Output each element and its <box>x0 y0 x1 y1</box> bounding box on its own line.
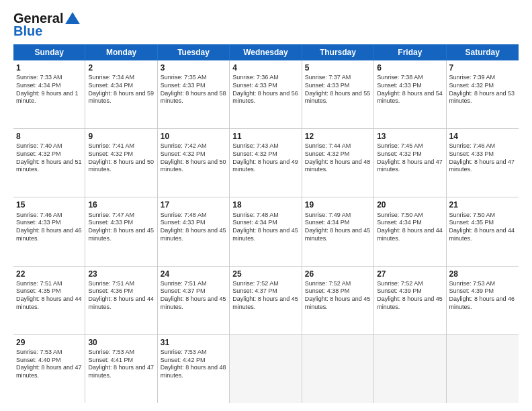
logo-triangle-icon <box>65 11 80 26</box>
day-number: 2 <box>88 62 154 73</box>
calendar-day-3: 3Sunrise: 7:35 AM Sunset: 4:33 PM Daylig… <box>158 60 230 128</box>
calendar-day-1: 1Sunrise: 7:33 AM Sunset: 4:34 PM Daylig… <box>13 60 85 128</box>
day-number: 20 <box>377 199 443 210</box>
calendar-day-22: 22Sunrise: 7:51 AM Sunset: 4:35 PM Dayli… <box>13 267 85 334</box>
logo: General Blue <box>13 11 80 39</box>
day-number: 1 <box>16 62 82 73</box>
calendar-day-27: 27Sunrise: 7:52 AM Sunset: 4:39 PM Dayli… <box>374 267 446 334</box>
day-number: 16 <box>88 199 154 210</box>
calendar-day-5: 5Sunrise: 7:37 AM Sunset: 4:33 PM Daylig… <box>302 60 374 128</box>
calendar-day-25: 25Sunrise: 7:52 AM Sunset: 4:37 PM Dayli… <box>230 267 302 334</box>
day-number: 21 <box>449 199 516 210</box>
calendar-day-24: 24Sunrise: 7:51 AM Sunset: 4:37 PM Dayli… <box>158 267 230 334</box>
calendar-day-16: 16Sunrise: 7:47 AM Sunset: 4:33 PM Dayli… <box>85 197 157 265</box>
calendar-day-2: 2Sunrise: 7:34 AM Sunset: 4:34 PM Daylig… <box>85 60 157 128</box>
day-number: 13 <box>377 131 443 142</box>
calendar-day-31: 31Sunrise: 7:53 AM Sunset: 4:42 PM Dayli… <box>158 335 230 403</box>
day-info: Sunrise: 7:46 AM Sunset: 4:33 PM Dayligh… <box>449 142 516 174</box>
day-number: 4 <box>232 62 298 73</box>
day-info: Sunrise: 7:48 AM Sunset: 4:33 PM Dayligh… <box>161 212 226 243</box>
day-info: Sunrise: 7:41 AM Sunset: 4:32 PM Dayligh… <box>88 142 154 174</box>
day-info: Sunrise: 7:33 AM Sunset: 4:34 PM Dayligh… <box>16 74 82 105</box>
day-number: 10 <box>161 131 226 142</box>
day-number: 29 <box>16 337 82 348</box>
calendar-day-empty <box>230 335 302 403</box>
day-number: 24 <box>161 269 226 279</box>
day-number: 5 <box>305 62 371 73</box>
calendar-day-7: 7Sunrise: 7:39 AM Sunset: 4:32 PM Daylig… <box>447 60 519 128</box>
day-number: 30 <box>88 337 154 348</box>
day-number: 19 <box>305 199 371 210</box>
day-info: Sunrise: 7:52 AM Sunset: 4:38 PM Dayligh… <box>305 280 371 312</box>
day-info: Sunrise: 7:49 AM Sunset: 4:34 PM Dayligh… <box>305 212 371 243</box>
calendar-day-empty <box>302 335 374 403</box>
calendar-day-29: 29Sunrise: 7:53 AM Sunset: 4:40 PM Dayli… <box>13 335 85 403</box>
calendar-week-3: 15Sunrise: 7:46 AM Sunset: 4:33 PM Dayli… <box>13 197 519 266</box>
calendar-day-19: 19Sunrise: 7:49 AM Sunset: 4:34 PM Dayli… <box>302 197 374 265</box>
day-number: 22 <box>16 269 82 279</box>
day-info: Sunrise: 7:52 AM Sunset: 4:37 PM Dayligh… <box>232 280 298 312</box>
day-number: 23 <box>88 269 154 279</box>
calendar-day-11: 11Sunrise: 7:43 AM Sunset: 4:32 PM Dayli… <box>230 129 302 197</box>
calendar-day-26: 26Sunrise: 7:52 AM Sunset: 4:38 PM Dayli… <box>302 267 374 334</box>
day-info: Sunrise: 7:34 AM Sunset: 4:34 PM Dayligh… <box>88 74 154 105</box>
day-info: Sunrise: 7:51 AM Sunset: 4:36 PM Dayligh… <box>88 280 154 312</box>
day-info: Sunrise: 7:43 AM Sunset: 4:32 PM Dayligh… <box>232 142 298 174</box>
calendar-day-8: 8Sunrise: 7:40 AM Sunset: 4:32 PM Daylig… <box>13 129 85 197</box>
calendar-day-17: 17Sunrise: 7:48 AM Sunset: 4:33 PM Dayli… <box>158 197 230 265</box>
calendar-header-row: SundayMondayTuesdayWednesdayThursdayFrid… <box>13 44 519 60</box>
calendar-day-28: 28Sunrise: 7:53 AM Sunset: 4:39 PM Dayli… <box>447 267 519 334</box>
day-info: Sunrise: 7:53 AM Sunset: 4:40 PM Dayligh… <box>16 349 82 380</box>
day-number: 11 <box>232 131 298 142</box>
day-info: Sunrise: 7:51 AM Sunset: 4:35 PM Dayligh… <box>16 280 82 312</box>
calendar-day-14: 14Sunrise: 7:46 AM Sunset: 4:33 PM Dayli… <box>447 129 519 197</box>
calendar-day-15: 15Sunrise: 7:46 AM Sunset: 4:33 PM Dayli… <box>13 197 85 265</box>
day-info: Sunrise: 7:35 AM Sunset: 4:33 PM Dayligh… <box>161 74 226 105</box>
calendar-week-5: 29Sunrise: 7:53 AM Sunset: 4:40 PM Dayli… <box>13 335 519 403</box>
header: General Blue <box>13 11 519 39</box>
calendar-week-4: 22Sunrise: 7:51 AM Sunset: 4:35 PM Dayli… <box>13 267 519 335</box>
day-number: 15 <box>16 199 82 210</box>
day-info: Sunrise: 7:46 AM Sunset: 4:33 PM Dayligh… <box>16 212 82 243</box>
day-info: Sunrise: 7:52 AM Sunset: 4:39 PM Dayligh… <box>377 280 443 312</box>
calendar-day-10: 10Sunrise: 7:42 AM Sunset: 4:32 PM Dayli… <box>158 129 230 197</box>
day-info: Sunrise: 7:36 AM Sunset: 4:33 PM Dayligh… <box>232 74 298 105</box>
calendar-day-30: 30Sunrise: 7:53 AM Sunset: 4:41 PM Dayli… <box>85 335 157 403</box>
day-number: 9 <box>88 131 154 142</box>
day-number: 18 <box>232 199 298 210</box>
weekday-header-sunday: Sunday <box>13 44 85 60</box>
calendar-day-6: 6Sunrise: 7:38 AM Sunset: 4:33 PM Daylig… <box>374 60 446 128</box>
day-number: 12 <box>305 131 371 142</box>
calendar-day-20: 20Sunrise: 7:50 AM Sunset: 4:34 PM Dayli… <box>374 197 446 265</box>
calendar-week-1: 1Sunrise: 7:33 AM Sunset: 4:34 PM Daylig… <box>13 60 519 129</box>
day-number: 31 <box>161 337 226 348</box>
weekday-header-tuesday: Tuesday <box>158 44 230 60</box>
calendar-day-empty <box>374 335 446 403</box>
calendar-day-empty <box>447 335 519 403</box>
calendar-day-21: 21Sunrise: 7:50 AM Sunset: 4:35 PM Dayli… <box>447 197 519 265</box>
calendar-day-23: 23Sunrise: 7:51 AM Sunset: 4:36 PM Dayli… <box>85 267 157 334</box>
day-info: Sunrise: 7:53 AM Sunset: 4:42 PM Dayligh… <box>161 349 226 380</box>
day-info: Sunrise: 7:48 AM Sunset: 4:34 PM Dayligh… <box>232 212 298 243</box>
day-info: Sunrise: 7:42 AM Sunset: 4:32 PM Dayligh… <box>161 142 226 174</box>
day-number: 26 <box>305 269 371 279</box>
day-info: Sunrise: 7:39 AM Sunset: 4:32 PM Dayligh… <box>449 74 516 105</box>
calendar: SundayMondayTuesdayWednesdayThursdayFrid… <box>13 44 519 403</box>
svg-marker-0 <box>65 12 80 24</box>
calendar-day-4: 4Sunrise: 7:36 AM Sunset: 4:33 PM Daylig… <box>230 60 302 128</box>
day-number: 27 <box>377 269 443 279</box>
calendar-day-9: 9Sunrise: 7:41 AM Sunset: 4:32 PM Daylig… <box>85 129 157 197</box>
day-info: Sunrise: 7:40 AM Sunset: 4:32 PM Dayligh… <box>16 142 82 174</box>
day-info: Sunrise: 7:44 AM Sunset: 4:32 PM Dayligh… <box>305 142 371 174</box>
calendar-day-12: 12Sunrise: 7:44 AM Sunset: 4:32 PM Dayli… <box>302 129 374 197</box>
day-number: 25 <box>232 269 298 279</box>
weekday-header-saturday: Saturday <box>447 44 519 60</box>
day-number: 17 <box>161 199 226 210</box>
day-info: Sunrise: 7:51 AM Sunset: 4:37 PM Dayligh… <box>161 280 226 312</box>
weekday-header-monday: Monday <box>85 44 157 60</box>
day-number: 8 <box>16 131 82 142</box>
day-number: 6 <box>377 62 443 73</box>
page: General Blue SundayMondayTuesdayWednesda… <box>0 0 532 411</box>
day-info: Sunrise: 7:50 AM Sunset: 4:34 PM Dayligh… <box>377 212 443 243</box>
day-info: Sunrise: 7:50 AM Sunset: 4:35 PM Dayligh… <box>449 212 516 243</box>
